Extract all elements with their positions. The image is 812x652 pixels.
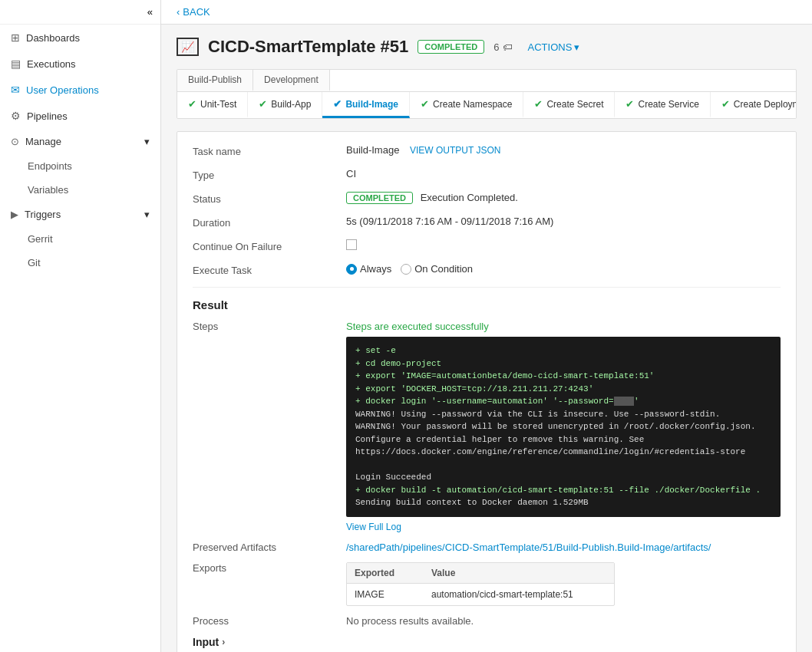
continue-on-failure-label: Continue On Failure [193,239,346,252]
sidebar-collapse-button[interactable]: « [0,0,160,25]
tab-create-namespace[interactable]: ✔ Create Namespace [410,92,523,118]
terminal-line: WARNING! Using --password via the CLI is… [355,408,771,421]
sidebar-item-endpoints[interactable]: Endpoints [0,154,160,178]
tab-create-secret[interactable]: ✔ Create Secret [523,92,615,118]
steps-value: Steps are executed successfully + set -e… [346,321,781,532]
check-icon: ✔ [188,98,196,110]
preserved-artifacts-value: /sharedPath/pipelines/CICD-SmartTemplate… [346,542,781,553]
actions-button[interactable]: ACTIONS ▾ [528,41,580,53]
endpoints-label: Endpoints [28,160,72,172]
terminal-line: + set -e [355,344,771,357]
main-content: ‹ BACK 📈 CICD-SmartTemplate #51 COMPLETE… [161,0,812,652]
sidebar-item-dashboards[interactable]: ⊞ Dashboards [0,25,160,51]
detail-row-status: Status COMPLETED Execution Completed. [193,192,781,205]
tab-unit-test[interactable]: ✔ Unit-Test [177,92,248,118]
radio-on-condition-label: On Condition [414,263,473,275]
view-output-json-link[interactable]: VIEW OUTPUT JSON [410,145,500,156]
task-name-value: Build-Image VIEW OUTPUT JSON [346,144,781,156]
input-chevron-icon: › [222,637,225,647]
detail-row-execute-task: Execute Task Always On Condition [193,263,781,276]
tab-label: Build-App [271,99,311,110]
check-icon: ✔ [626,98,634,110]
pipeline-container: Build-Publish Development ✔ Unit-Test ✔ … [177,69,797,119]
execute-task-label: Execute Task [193,263,346,276]
top-bar: ‹ BACK [161,0,812,25]
tag-count: 6 🏷 [493,41,512,53]
preserved-artifacts-label: Preserved Artifacts [193,542,346,553]
result-row-exports: Exports Exported Value IMAGE automation/… [193,562,781,606]
sidebar-item-gerrit[interactable]: Gerrit [0,227,160,251]
terminal-line: + cd demo-project [355,357,771,370]
detail-panel: Task name Build-Image VIEW OUTPUT JSON T… [177,131,797,652]
duration-value: 5s (09/11/2018 7:16 AM - 09/11/2018 7:16… [346,216,781,227]
tab-label: Create Service [638,99,698,110]
type-label: Type [193,168,346,181]
detail-row-type: Type CI [193,168,781,181]
tab-label: Create Namespace [433,99,512,110]
radio-on-condition-icon [401,264,411,275]
tab-build-app[interactable]: ✔ Build-App [248,92,322,118]
terminal-line: Login Succeeded [355,471,771,484]
radio-always-label: Always [360,263,391,275]
terminal-line: + export 'DOCKER_HOST=tcp://18.211.211.2… [355,383,771,396]
radio-always[interactable]: Always [346,263,391,275]
triggers-chevron-icon: ▾ [144,209,150,220]
result-row-process: Process No process results available. [193,615,781,627]
content-area: 📈 CICD-SmartTemplate #51 COMPLETED 6 🏷 A… [161,25,812,652]
view-full-log-link[interactable]: View Full Log [346,522,401,532]
terminal-line: https://docs.docker.com/engine/reference… [355,446,771,459]
tab-create-service[interactable]: ✔ Create Service [615,92,710,118]
executions-icon: ▤ [11,58,21,70]
title-row: 📈 CICD-SmartTemplate #51 COMPLETED 6 🏷 A… [177,37,797,57]
status-text: Execution Completed. [421,192,518,203]
actions-label: ACTIONS [528,41,573,53]
exports-table-row: IMAGE automation/cicd-smart-template:51 [347,584,614,605]
no-process-text: No process results available. [346,615,474,627]
sidebar-item-pipelines[interactable]: ⚙ Pipelines [0,103,160,129]
check-icon: ✔ [333,98,342,110]
radio-on-condition[interactable]: On Condition [401,263,473,275]
git-label: Git [28,257,41,268]
continue-on-failure-value [346,239,781,252]
sidebar-item-user-operations[interactable]: ✉ User Operations [0,77,160,103]
steps-success-text: Steps are executed successfully [346,321,781,332]
tab-create-deployment[interactable]: ✔ Create Deployment [711,92,796,118]
tab-label: Build-Image [345,99,398,110]
sidebar-item-executions[interactable]: ▤ Executions [0,51,160,77]
sidebar-group-triggers[interactable]: ▶ Triggers ▾ [0,202,160,227]
pipeline-tabs: ✔ Unit-Test ✔ Build-App ✔ Build-Image ✔ … [177,92,796,118]
tag-number: 6 [493,41,499,53]
back-label: BACK [183,6,210,18]
steps-label: Steps [193,321,346,332]
input-expand-button[interactable]: Input › [193,636,781,648]
tab-build-image[interactable]: ✔ Build-Image [322,92,410,118]
terminal-line: Configure a credential helper to remove … [355,433,771,446]
sidebar-item-git[interactable]: Git [0,251,160,275]
input-label: Input [193,636,219,648]
terminal-line: Sending build context to Docker daemon 1… [355,496,771,509]
status-label: Status [193,192,346,205]
tab-label: Create Secret [546,99,603,110]
status-value: COMPLETED Execution Completed. [346,192,781,204]
manage-icon: ⊙ [11,136,19,147]
pipeline-section-build-publish: Build-Publish [177,70,253,91]
page-title: CICD-SmartTemplate #51 [208,37,408,57]
terminal-line: WARNING! Your password will be stored un… [355,420,771,433]
back-button[interactable]: ‹ BACK [177,6,210,18]
status-badge: COMPLETED [346,192,413,204]
terminal-line: + docker login '--username=automation' '… [355,395,771,408]
execute-task-value: Always On Condition [346,263,781,275]
sidebar-item-variables[interactable]: Variables [0,178,160,202]
sidebar: « ⊞ Dashboards ▤ Executions ✉ User Opera… [0,0,161,652]
sidebar-group-manage[interactable]: ⊙ Manage ▾ [0,129,160,154]
exports-row-value: automation/cicd-smart-template:51 [431,589,606,600]
pipeline-section-development: Development [253,70,330,91]
check-icon: ✔ [259,98,267,110]
exports-col-exported: Exported [355,568,431,578]
sidebar-item-label: Pipelines [27,110,68,122]
detail-row-duration: Duration 5s (09/11/2018 7:16 AM - 09/11/… [193,216,781,229]
duration-label: Duration [193,216,346,229]
process-label: Process [193,615,346,627]
continue-on-failure-checkbox[interactable] [346,239,357,250]
exports-value: Exported Value IMAGE automation/cicd-sma… [346,562,781,606]
